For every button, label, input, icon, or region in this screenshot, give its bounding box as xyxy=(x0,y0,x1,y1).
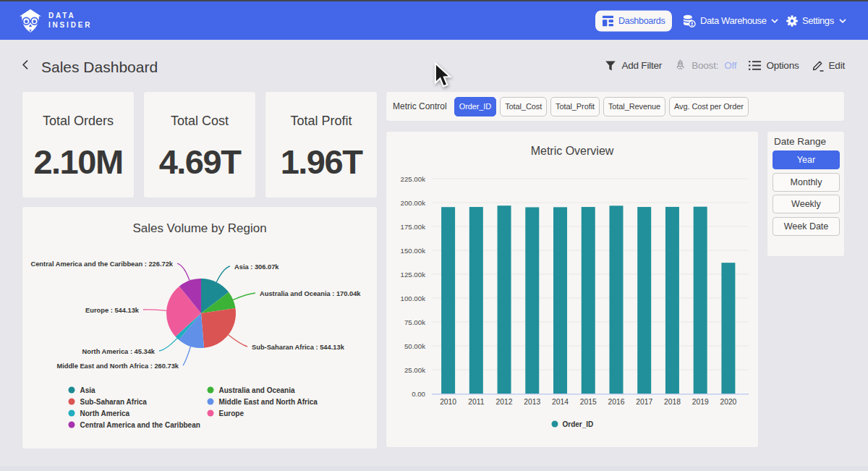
pie-label: North America : 45.34k xyxy=(82,348,156,355)
legend-label: Sub-Saharan Africa xyxy=(80,398,148,406)
y-tick-label: 75.00k xyxy=(404,318,425,326)
y-tick-label: 225.00k xyxy=(401,175,426,183)
nav-dashboards[interactable]: Dashboards xyxy=(595,10,672,31)
y-tick-label: 125.00k xyxy=(401,271,426,279)
filter-icon xyxy=(605,60,616,72)
legend-label: North America xyxy=(80,410,130,417)
nav-settings-label: Settings xyxy=(802,15,834,26)
options-label: Options xyxy=(766,60,799,71)
legend-dot xyxy=(69,387,75,394)
nav-menu: Dashboards Data Warehouse xyxy=(0,1,868,40)
bar-2017[interactable] xyxy=(637,207,651,394)
bar-2014[interactable] xyxy=(553,207,567,394)
metric-control-label: Metric Control xyxy=(393,101,447,111)
chevron-down-icon xyxy=(771,19,778,23)
x-tick-label: 2012 xyxy=(496,398,513,406)
y-tick-label: 50.00k xyxy=(404,342,425,350)
x-tick-label: 2017 xyxy=(636,398,652,406)
pie-leader-line xyxy=(159,339,177,351)
pie-leader-line xyxy=(233,293,255,300)
metric-buttons: Order_IDTotal_CostTotal_ProfitTotal_Reve… xyxy=(454,97,752,116)
bar-chart-card: Metric Overview 0.0025.00k50.00k75.00k10… xyxy=(386,132,758,447)
bar-2020[interactable] xyxy=(721,263,735,394)
bar-chart[interactable]: 0.0025.00k50.00k75.00k100.00k125.00k150.… xyxy=(386,132,758,447)
kpi-value: 4.69T xyxy=(159,142,241,182)
metric-button-order-id[interactable]: Order_ID xyxy=(454,97,496,116)
pie-label: Central America and the Caribbean : 226.… xyxy=(30,260,173,268)
edit-label: Edit xyxy=(829,60,845,71)
y-tick-label: 100.00k xyxy=(401,294,426,302)
back-button[interactable] xyxy=(20,59,31,70)
pie-slice-sub-saharan-africa[interactable] xyxy=(201,308,236,348)
legend-label: Central America and the Caribbean xyxy=(80,421,200,429)
window-top-edge xyxy=(0,0,868,1)
x-tick-label: 2011 xyxy=(468,398,484,406)
y-tick-label: 200.00k xyxy=(401,199,426,207)
date-range-button-weekly[interactable]: Weekly xyxy=(773,195,840,213)
nav-data-warehouse-label: Data Warehouse xyxy=(700,15,766,26)
x-tick-label: 2020 xyxy=(720,398,736,406)
toolbar-actions: Add Filter Boost:Off Options xyxy=(605,59,845,72)
pie-label: Middle East and North Africa : 260.73k xyxy=(56,362,179,370)
bar-2018[interactable] xyxy=(665,207,679,394)
x-tick-label: 2014 xyxy=(552,398,569,406)
pie-label: Asia : 306.07k xyxy=(234,263,279,271)
add-filter-button[interactable]: Add Filter xyxy=(605,60,662,72)
legend-dot xyxy=(69,399,75,405)
metric-button-total-cost[interactable]: Total_Cost xyxy=(500,97,547,116)
bar-2016[interactable] xyxy=(609,205,623,394)
list-icon xyxy=(749,60,761,71)
kpi-card-total-orders: Total Orders 2.10M xyxy=(22,92,134,198)
bar-2012[interactable] xyxy=(498,205,511,394)
kpi-value: 1.96T xyxy=(281,142,362,182)
date-range-buttons: YearMonthlyWeeklyWeek Date xyxy=(773,150,839,236)
nav-data-warehouse[interactable]: Data Warehouse xyxy=(682,14,778,27)
metric-button-total-revenue[interactable]: Total_Revenue xyxy=(603,97,665,116)
bar-2019[interactable] xyxy=(694,207,707,394)
boost-toggle[interactable]: Boost:Off xyxy=(674,59,736,72)
navbar: DATA INSIDER Dashboards Data Warehouse xyxy=(0,1,868,40)
edit-button[interactable]: Edit xyxy=(812,59,845,72)
options-button[interactable]: Options xyxy=(749,60,799,71)
x-tick-label: 2013 xyxy=(524,398,540,406)
legend-dot xyxy=(208,410,214,417)
date-range-button-year[interactable]: Year xyxy=(773,150,840,169)
y-tick-label: 25.00k xyxy=(404,366,425,374)
y-tick-label: 0.00 xyxy=(412,390,425,398)
legend-dot xyxy=(552,421,558,428)
kpi-card-total-cost: Total Cost 4.69T xyxy=(144,92,255,198)
pie-leader-line xyxy=(177,263,190,281)
legend-label: Europe xyxy=(219,410,244,417)
kpi-label: Total Profit xyxy=(290,114,352,129)
pie-leader-line xyxy=(229,335,247,347)
pie-label: Sub-Saharan Africa : 544.13k xyxy=(252,344,345,351)
pie-label: Australia and Oceania : 170.04k xyxy=(260,290,361,297)
metric-button-total-profit[interactable]: Total_Profit xyxy=(550,97,600,116)
nav-settings[interactable]: Settings xyxy=(786,15,846,27)
bar-2013[interactable] xyxy=(525,207,539,394)
legend-label: Order_ID xyxy=(563,420,594,428)
legend-dot xyxy=(69,410,75,417)
pie-chart-card: Sales Volume by Region Asia : 306.07kAus… xyxy=(22,207,377,449)
y-tick-label: 175.00k xyxy=(401,223,426,231)
bar-2010[interactable] xyxy=(441,207,455,394)
kpi-value: 2.10M xyxy=(33,142,122,182)
pencil-icon xyxy=(812,59,824,72)
bar-2011[interactable] xyxy=(469,207,483,394)
date-range-button-monthly[interactable]: Monthly xyxy=(773,173,840,192)
date-range-button-week-date[interactable]: Week Date xyxy=(773,217,840,236)
add-filter-label: Add Filter xyxy=(621,60,662,71)
bar-2015[interactable] xyxy=(582,207,595,394)
data-warehouse-icon xyxy=(682,14,696,27)
legend-label: Australia and Oceania xyxy=(219,386,295,394)
x-tick-label: 2019 xyxy=(692,398,709,406)
dashboards-icon xyxy=(603,15,613,26)
pie-leader-line xyxy=(183,347,191,365)
date-range-panel: Date Range YearMonthlyWeeklyWeek Date xyxy=(767,132,844,256)
kpi-label: Total Cost xyxy=(171,114,229,129)
pie-chart[interactable]: Asia : 306.07kAustralia and Oceania : 17… xyxy=(22,207,377,449)
legend-dot xyxy=(208,387,214,394)
metric-button-avg-cost-per-order[interactable]: Avg. Cost per Order xyxy=(669,97,749,116)
legend-dot xyxy=(69,422,75,428)
kpi-card-total-profit: Total Profit 1.96T xyxy=(265,92,377,198)
